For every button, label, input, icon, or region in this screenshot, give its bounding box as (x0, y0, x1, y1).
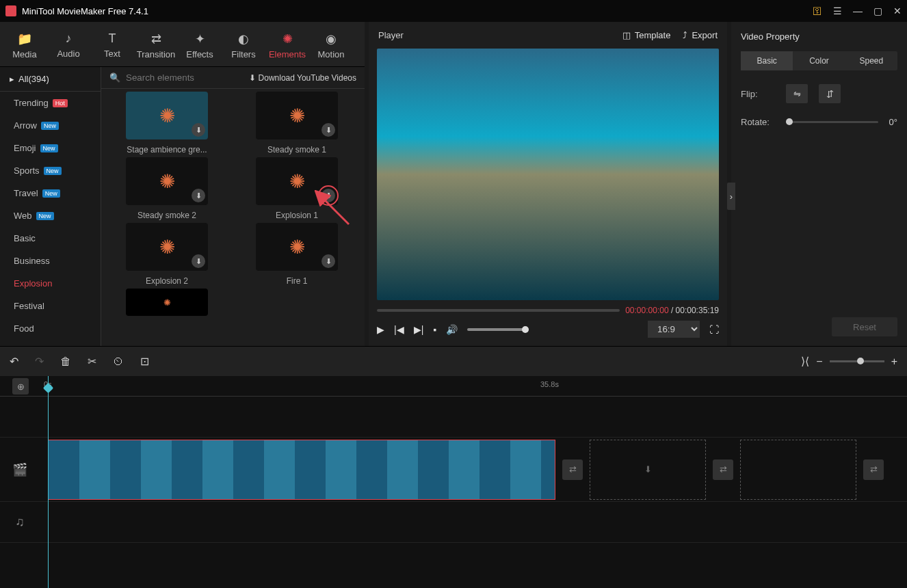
tab-media[interactable]: 📁Media (3, 27, 47, 66)
category-list: ▸ All(394) Trending HotArrow NewEmoji Ne… (0, 67, 101, 346)
property-title: Video Property (741, 31, 897, 42)
split-button[interactable]: ✂ (88, 355, 96, 368)
flip-horizontal-button[interactable]: ⇋ (786, 84, 808, 103)
fullscreen-button[interactable]: ⛶ (709, 324, 719, 335)
download-icon[interactable]: ⬇ (321, 123, 335, 137)
overlay-track[interactable] (0, 397, 907, 438)
video-track[interactable]: 🎬 ⇄ ⬇ ⇄ ⇄ (0, 438, 907, 502)
undo-button[interactable]: ↶ (10, 355, 18, 368)
category-web[interactable]: Web New (0, 204, 101, 227)
stop-button[interactable]: ▪ (433, 324, 436, 335)
crop-button[interactable]: ⊡ (140, 355, 149, 368)
category-trending[interactable]: Trending Hot (0, 92, 101, 114)
template-button[interactable]: ◫ Template (622, 30, 671, 40)
prop-tab-speed[interactable]: Speed (845, 51, 897, 70)
audio-track[interactable]: ♫ (0, 502, 907, 543)
download-icon[interactable]: ⬇ (321, 189, 335, 202)
element-item[interactable]: ✺⬇Steady smoke 1 (242, 92, 352, 155)
category-arrow[interactable]: Arrow New (0, 114, 101, 137)
download-icon[interactable]: ⬇ (192, 123, 205, 137)
tab-effects[interactable]: ✦Effects (178, 27, 222, 66)
time-ruler[interactable]: 0s 35.8s (0, 376, 907, 397)
play-button[interactable]: ▶ (377, 324, 384, 335)
rotate-slider[interactable] (786, 121, 878, 123)
category-explosion[interactable]: Explosion (0, 272, 101, 295)
player-panel: Player ◫ Template ⤴ Export 00:00:00:00 /… (369, 22, 727, 346)
media-drop-slot[interactable] (740, 440, 856, 500)
element-item[interactable]: ✺⬇Fire 1 (242, 223, 352, 286)
prop-tab-color[interactable]: Color (793, 51, 845, 70)
prev-frame-button[interactable]: |◀ (394, 324, 404, 335)
element-label: Steady smoke 1 (242, 145, 352, 155)
tab-transition[interactable]: ⇄Transition (134, 27, 178, 66)
key-icon[interactable]: ⚿ (813, 5, 822, 16)
tab-motion[interactable]: ◉Motion (309, 27, 353, 66)
minimize-icon[interactable]: — (853, 5, 863, 16)
download-icon[interactable]: ⬇ (192, 254, 205, 268)
category-business[interactable]: Business (0, 250, 101, 272)
tab-elements[interactable]: ✺Elements (265, 27, 309, 66)
search-input[interactable] (126, 72, 244, 83)
element-label: Explosion 2 (112, 276, 222, 286)
app-title: MiniTool MovieMaker Free 7.4.1 (22, 6, 148, 16)
tab-filters[interactable]: ◐Filters (222, 27, 265, 66)
property-panel: › Video Property BasicColorSpeed Flip: ⇋… (731, 22, 907, 346)
category-food[interactable]: Food (0, 317, 101, 340)
close-icon[interactable]: ✕ (893, 5, 902, 16)
aspect-select[interactable]: 16:9 (648, 321, 700, 338)
transition-slot[interactable]: ⇄ (562, 459, 583, 480)
transition-icon: ⇄ (151, 31, 161, 46)
zoom-out-button[interactable]: − (816, 356, 822, 368)
element-item[interactable]: ✺⬇Steady smoke 2 (112, 157, 222, 220)
motion-icon: ◉ (326, 31, 337, 46)
next-frame-button[interactable]: ▶| (414, 324, 424, 335)
timeline-toolbar: ↶ ↷ 🗑 ✂ ⏲ ⊡ ⟩⟨ − + (0, 346, 907, 376)
elements-grid: ✺⬇Stage ambience gre...✺⬇Steady smoke 1✺… (101, 89, 365, 346)
video-preview[interactable] (377, 49, 719, 300)
zoom-slider[interactable] (830, 360, 884, 362)
volume-slider[interactable] (467, 328, 529, 331)
category-festival[interactable]: Festival (0, 295, 101, 317)
filters-icon: ◐ (238, 31, 249, 46)
maximize-icon[interactable]: ▢ (873, 5, 882, 16)
flip-vertical-button[interactable]: ⇵ (819, 84, 841, 103)
timeline: ⊕ 0s 35.8s 🎬 ⇄ ⬇ ⇄ ⇄ ♫ (0, 376, 907, 588)
rotate-value: 0° (889, 117, 897, 127)
scrub-bar[interactable] (377, 309, 620, 312)
flip-label: Flip: (741, 89, 775, 99)
redo-button[interactable]: ↷ (35, 355, 44, 368)
player-title: Player (378, 30, 404, 40)
volume-icon[interactable]: 🔊 (446, 324, 458, 335)
category-all[interactable]: ▸ All(394) (0, 67, 101, 92)
tab-audio[interactable]: ♪Audio (47, 27, 90, 66)
search-icon: 🔍 (109, 72, 120, 83)
element-item[interactable]: ✺ (112, 289, 222, 316)
zoom-in-button[interactable]: + (891, 356, 897, 368)
category-basic[interactable]: Basic (0, 227, 101, 250)
transition-slot[interactable]: ⇄ (863, 459, 884, 480)
download-icon[interactable]: ⬇ (321, 254, 335, 268)
element-item[interactable]: ✺⬇Explosion 1 (242, 157, 352, 220)
video-clip[interactable] (48, 440, 555, 500)
export-button[interactable]: ⤴ Export (683, 30, 718, 40)
menu-icon[interactable]: ☰ (833, 5, 842, 16)
category-travel[interactable]: Travel New (0, 182, 101, 204)
fit-zoom-button[interactable]: ⟩⟨ (801, 355, 809, 368)
collapse-props-button[interactable]: › (727, 183, 735, 210)
transition-slot[interactable]: ⇄ (713, 459, 733, 480)
playhead[interactable] (48, 376, 49, 588)
delete-button[interactable]: 🗑 (60, 356, 71, 368)
element-item[interactable]: ✺⬇Explosion 2 (112, 223, 222, 286)
speed-button[interactable]: ⏲ (113, 356, 124, 368)
tab-text[interactable]: TText (90, 27, 134, 66)
download-icon[interactable]: ⬇ (192, 189, 205, 202)
download-youtube-link[interactable]: ⬇ Download YouTube Videos (249, 73, 356, 83)
media-drop-slot[interactable]: ⬇ (590, 440, 706, 500)
titlebar: MiniTool MovieMaker Free 7.4.1 ⚿ ☰ — ▢ ✕ (0, 0, 907, 22)
category-sports[interactable]: Sports New (0, 159, 101, 182)
library-panel: 📁Media♪AudioTText⇄Transition✦Effects◐Fil… (0, 22, 365, 346)
prop-tab-basic[interactable]: Basic (741, 51, 793, 70)
element-item[interactable]: ✺⬇Stage ambience gre... (112, 92, 222, 155)
category-emoji[interactable]: Emoji New (0, 137, 101, 159)
reset-button[interactable]: Reset (832, 317, 897, 336)
